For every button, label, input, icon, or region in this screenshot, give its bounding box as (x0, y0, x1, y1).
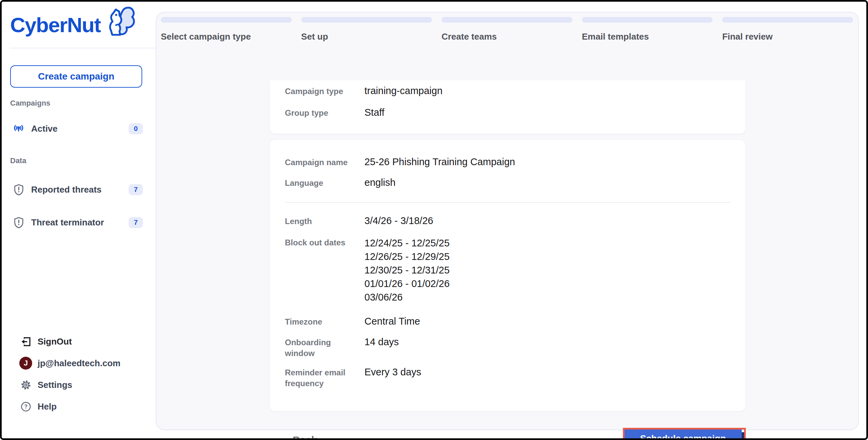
sidebar-item-reported-threats[interactable]: Reported threats 7 (13, 183, 143, 196)
help-button[interactable]: ? Help (19, 400, 156, 413)
field-label: Block out dates (285, 236, 365, 248)
avatar-initial: J (19, 357, 32, 370)
sidebar-item-label: Threat terminator (31, 217, 104, 228)
help-label: Help (38, 401, 57, 412)
sidebar-footer: SignOut J jp@haleedtech.com Settings (2, 335, 156, 421)
user-email: jp@haleedtech.com (38, 358, 121, 369)
field-value: 3/4/26 - 3/18/26 (365, 215, 433, 226)
user-account[interactable]: J jp@haleedtech.com (19, 356, 156, 370)
step-select-campaign-type: Select campaign type (161, 17, 292, 41)
field-value: english (365, 177, 396, 188)
field-value: training-campaign (365, 85, 443, 96)
step-set-up: Set up (301, 17, 432, 41)
wizard-panel: Select campaign type Set up Create teams… (156, 12, 859, 430)
campaigns-section-label: Campaigns (10, 99, 156, 108)
card-divider (285, 202, 730, 203)
block-out-date: 12/26/25 - 12/29/25 (365, 250, 450, 263)
shield-alert-icon (13, 217, 24, 228)
sidebar-item-label: Reported threats (31, 184, 102, 195)
step-email-templates: Email templates (582, 17, 713, 41)
sidebar-item-active[interactable]: Active 0 (13, 123, 143, 135)
field-value: Central Time (365, 315, 420, 327)
review-row-group-type: Group type Staff (285, 107, 745, 118)
brand-logo: CyberNut (2, 2, 156, 48)
review-row-reminder-email-frequency: Reminder email frequency Every 3 days (285, 366, 745, 389)
step-progress-bar (441, 17, 572, 23)
field-label: Campaign name (285, 156, 365, 168)
reported-threats-badge: 7 (129, 184, 143, 195)
wizard-stepper: Select campaign type Set up Create teams… (156, 13, 858, 41)
block-out-date: 12/24/25 - 12/25/25 (365, 236, 450, 250)
step-final-review: Final review (722, 17, 853, 41)
main-area: Select campaign type Set up Create teams… (156, 2, 866, 438)
review-row-campaign-name: Campaign name 25-26 Phishing Training Ca… (285, 156, 745, 168)
sidebar: CyberNut Create campaign Campaigns Activ… (2, 2, 156, 438)
step-create-teams: Create teams (441, 17, 572, 41)
signout-button[interactable]: SignOut (19, 335, 156, 348)
squirrel-icon (103, 6, 136, 42)
block-out-date: 01/01/26 - 01/02/26 (365, 277, 450, 290)
campaign-details-card: Campaign name 25-26 Phishing Training Ca… (269, 139, 746, 412)
sidebar-item-threat-terminator[interactable]: Threat terminator 7 (13, 216, 143, 228)
field-label: Reminder email frequency (285, 366, 365, 389)
broadcast-icon (13, 123, 24, 134)
signout-label: SignOut (38, 336, 72, 347)
wizard-footer: Back Schedule campaign (269, 428, 746, 440)
review-row-block-out-dates: Block out dates 12/24/25 - 12/25/25 12/2… (285, 236, 745, 304)
avatar: J (19, 357, 32, 370)
schedule-campaign-highlight: Schedule campaign (623, 428, 746, 440)
review-row-language: Language english (285, 177, 745, 189)
step-label: Email templates (582, 32, 713, 41)
create-campaign-button[interactable]: Create campaign (10, 65, 142, 88)
step-progress-bar (161, 17, 292, 23)
shield-alert-icon (13, 184, 24, 196)
field-label: Campaign type (285, 85, 365, 97)
field-label: Length (285, 215, 365, 227)
field-value: Every 3 days (365, 366, 421, 378)
active-count-badge: 0 (129, 123, 143, 134)
step-label: Final review (722, 32, 853, 41)
field-label: Onboarding window (285, 336, 365, 359)
svg-text:?: ? (24, 404, 27, 410)
signout-icon (19, 336, 32, 347)
review-row-onboarding-window: Onboarding window 14 days (285, 336, 745, 359)
campaign-type-card: Campaign type training-campaign Group ty… (269, 80, 746, 134)
field-label: Language (285, 177, 365, 189)
field-value-list: 12/24/25 - 12/25/25 12/26/25 - 12/29/25 … (365, 236, 450, 304)
gear-icon (19, 379, 32, 391)
block-out-date: 03/06/26 (365, 290, 450, 304)
step-progress-bar (722, 17, 853, 23)
schedule-campaign-button[interactable]: Schedule campaign (625, 430, 742, 440)
step-label: Select campaign type (161, 32, 292, 41)
help-icon: ? (19, 401, 32, 412)
review-row-timezone: Timezone Central Time (285, 315, 745, 327)
field-value: 14 days (365, 336, 399, 348)
sidebar-item-label: Active (31, 124, 58, 134)
sidebar-divider (10, 48, 156, 48)
step-progress-bar (301, 17, 432, 23)
review-row-campaign-type: Campaign type training-campaign (285, 85, 745, 97)
field-label: Group type (285, 107, 365, 118)
settings-label: Settings (38, 380, 72, 390)
data-section-label: Data (10, 156, 156, 165)
field-label: Timezone (285, 315, 365, 327)
review-row-length: Length 3/4/26 - 3/18/26 (285, 215, 745, 227)
block-out-date: 12/30/25 - 12/31/25 (365, 263, 450, 277)
settings-button[interactable]: Settings (19, 378, 156, 392)
back-button[interactable]: Back (293, 434, 317, 440)
step-label: Create teams (441, 32, 572, 41)
threat-terminator-badge: 7 (129, 217, 143, 228)
brand-name: CyberNut (10, 13, 101, 37)
step-label: Set up (301, 32, 432, 41)
field-value: 25-26 Phishing Training Campaign (365, 156, 515, 168)
field-value: Staff (365, 107, 385, 118)
step-progress-bar (582, 17, 713, 23)
review-content: Campaign type training-campaign Group ty… (269, 80, 746, 440)
